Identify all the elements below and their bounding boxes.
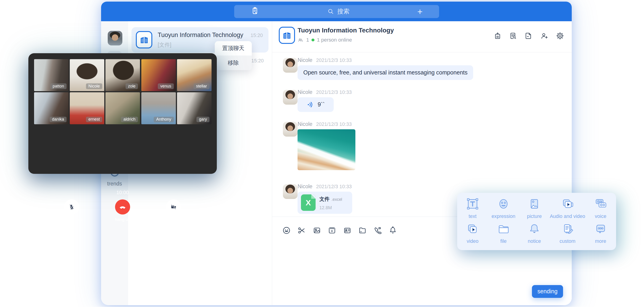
top-bar: 搜索 + — [101, 1, 572, 21]
participant-grid: patton Nicole zole venus stellar danika … — [34, 59, 212, 124]
group-call-panel: patton Nicole zole venus stellar danika … — [28, 53, 217, 174]
add-icon[interactable]: + — [417, 7, 422, 16]
hang-up-icon — [118, 203, 127, 211]
attach-item-audio-video[interactable]: Audio and video — [550, 197, 585, 222]
microphone-label: microphone — [52, 217, 91, 222]
chat-history-search-icon[interactable] — [509, 31, 518, 42]
participant-name: Nicole — [86, 83, 102, 89]
microphone-button[interactable]: microphone — [52, 199, 91, 222]
hang-up-button[interactable]: hang up — [103, 199, 142, 222]
online-status: 1 person online — [317, 37, 352, 43]
add-member-icon[interactable] — [540, 31, 549, 42]
attachment-panel: text expression picture — [457, 193, 616, 250]
chat-subtitle: 1 1 person online — [298, 37, 352, 43]
participant-name: zole — [126, 83, 138, 89]
video-clip-icon[interactable] — [328, 226, 337, 237]
participant-tile[interactable]: danika — [34, 92, 68, 124]
menu-item-pin-chat[interactable]: 置顶聊天 — [215, 41, 252, 56]
attach-item-text[interactable]: text — [466, 197, 480, 222]
file-bubble[interactable]: X 文件 .excel 12.8M — [298, 192, 352, 214]
trends-label: trends — [101, 181, 128, 187]
voice-icon — [594, 197, 608, 211]
beach-photo-message[interactable] — [298, 129, 356, 170]
attach-label: expression — [492, 213, 515, 219]
conversation-time-2: 15:20 — [251, 58, 264, 64]
call-records-icon[interactable] — [250, 6, 260, 17]
menu-item-remove[interactable]: 移除 — [215, 55, 252, 70]
members-icon — [298, 37, 304, 43]
participant-tile[interactable]: venus — [141, 59, 176, 91]
participant-tile[interactable]: patton — [34, 59, 68, 91]
chat-group-avatar — [279, 27, 295, 44]
voice-bubble[interactable]: 9`` — [298, 97, 334, 112]
camera-button[interactable]: Camera — [154, 199, 193, 222]
file-name: 文件 — [319, 196, 330, 202]
sender-name: Nicole — [298, 57, 312, 63]
message-time: 2021/12/3 10:33 — [316, 184, 352, 189]
attach-item-more[interactable]: more — [594, 222, 608, 247]
vote-icon[interactable] — [493, 31, 502, 42]
chat-panel: Tuoyun Information Technology 1 1 person… — [272, 21, 572, 305]
sender-name: Nicole — [298, 89, 312, 95]
attach-label: voice — [594, 213, 608, 219]
attach-item-video[interactable]: video — [466, 222, 480, 247]
video-call-icon[interactable] — [373, 226, 382, 237]
attach-label: file — [496, 238, 510, 244]
emoji-icon[interactable] — [282, 226, 291, 237]
folder-icon[interactable] — [358, 226, 367, 237]
text-bubble[interactable]: Open source, free, and universal instant… — [298, 65, 473, 80]
participant-name: venus — [158, 83, 174, 89]
voice-duration: 9`` — [318, 101, 325, 108]
sender-avatar[interactable] — [283, 184, 298, 199]
attach-item-picture[interactable]: picture — [527, 197, 542, 222]
participant-tile[interactable]: zole — [106, 59, 140, 91]
image-icon[interactable] — [312, 226, 322, 237]
camera-label: Camera — [154, 217, 193, 222]
participant-name: Anthony — [154, 117, 174, 122]
search-bar[interactable]: 搜索 + — [234, 5, 439, 18]
settings-gear-icon[interactable] — [556, 31, 564, 42]
file-size: 12.8M — [319, 205, 342, 211]
participant-tile[interactable]: ernest — [70, 92, 104, 124]
group-avatar — [136, 31, 152, 48]
mic-off-icon — [68, 203, 76, 211]
sender-name: Nicole — [298, 183, 312, 189]
attach-item-voice[interactable]: voice — [594, 197, 608, 222]
attach-item-expression[interactable]: expression — [492, 197, 515, 222]
page: 搜索 + trends — [0, 0, 644, 307]
member-count: 1 — [306, 37, 309, 43]
send-button[interactable]: sending — [532, 285, 563, 298]
attach-label: text — [466, 213, 480, 219]
hang-up-label: hang up — [103, 217, 142, 222]
participant-tile[interactable]: Anthony — [141, 92, 176, 124]
sender-avatar[interactable] — [283, 122, 298, 137]
more-bubble-icon — [594, 222, 608, 236]
attach-item-custom[interactable]: custom — [560, 222, 576, 247]
picture-icon — [527, 197, 541, 211]
search-field[interactable]: 搜索 — [327, 7, 350, 15]
attach-item-notice[interactable]: notice — [527, 222, 541, 247]
sender-name: Nicole — [298, 121, 312, 127]
audio-video-icon — [560, 197, 574, 211]
participant-tile[interactable]: gary — [177, 92, 212, 124]
participant-tile[interactable]: stellar — [177, 59, 212, 91]
self-avatar[interactable] — [108, 31, 122, 46]
notification-bell-icon[interactable] — [388, 226, 398, 237]
participant-tile[interactable]: Nicole — [70, 59, 104, 91]
contact-card-icon[interactable] — [343, 226, 352, 237]
file-collection-icon[interactable] — [524, 31, 533, 42]
sender-avatar[interactable] — [283, 90, 298, 105]
attach-label: more — [594, 238, 608, 244]
conversation-time: 15:20 — [250, 32, 263, 38]
online-dot — [312, 39, 314, 41]
chat-title: Tuoyun Information Technology — [298, 27, 394, 34]
attach-item-file[interactable]: file — [496, 222, 510, 247]
expression-icon — [496, 197, 510, 211]
participant-tile[interactable]: aldrich — [106, 92, 140, 124]
participant-name: gary — [196, 117, 209, 122]
message-time: 2021/12/3 10:33 — [316, 121, 352, 127]
participant-name: ernest — [86, 117, 102, 122]
building-icon — [139, 35, 149, 45]
screenshot-scissors-icon[interactable] — [297, 226, 306, 237]
sender-avatar[interactable] — [283, 58, 298, 73]
